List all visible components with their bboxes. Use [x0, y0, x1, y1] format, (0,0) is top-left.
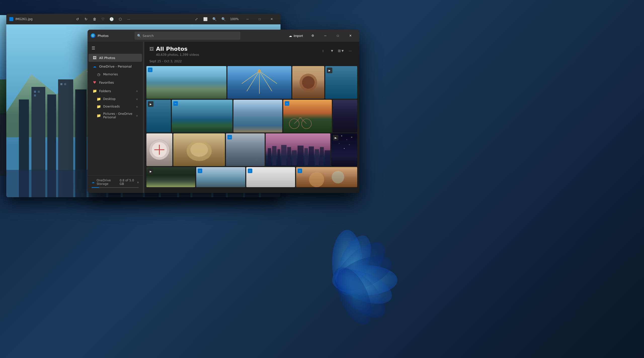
svg-point-77: [190, 143, 208, 157]
photo-cell-white[interactable]: −: [246, 167, 295, 187]
search-bar[interactable]: 🔍 Search: [135, 32, 240, 40]
minimize-button[interactable]: ─: [319, 32, 331, 40]
downloads-chevron: ∨: [136, 105, 138, 108]
photos-app-title: Photos: [98, 34, 109, 38]
viewer-window-controls: ─ □ ✕: [242, 15, 277, 23]
svg-line-69: [294, 118, 300, 124]
zoom-out-button[interactable]: 🔍: [211, 16, 218, 23]
viewer-app-icon: [9, 17, 13, 21]
svg-point-64: [258, 70, 261, 73]
storage-bar: [92, 187, 139, 188]
close-button[interactable]: ✕: [266, 15, 277, 23]
hamburger-icon: ☰: [92, 46, 95, 50]
svg-line-70: [300, 118, 306, 124]
photo-cell-pizza[interactable]: −: [296, 167, 357, 187]
share-button[interactable]: ⬡: [117, 16, 124, 23]
photo-row-1: −: [146, 66, 357, 99]
slideshow-button[interactable]: ⬜: [202, 16, 209, 23]
photo-badge-check: −: [198, 169, 202, 173]
sidebar-folders-header[interactable]: 📁 Folders ∧: [89, 87, 142, 95]
delete-button[interactable]: 🗑: [91, 16, 98, 23]
svg-rect-50: [64, 83, 66, 85]
photo-cell-bikes[interactable]: −: [283, 100, 332, 132]
desktop-label: Desktop: [103, 97, 134, 101]
desktop-folder-icon: 📁: [97, 97, 101, 101]
photo-cell-ice[interactable]: ▶: [146, 100, 171, 132]
settings-button[interactable]: ⚙: [307, 32, 318, 40]
pictures-onedrive-label: Pictures - OneDrive Personal: [103, 112, 134, 119]
desktop-chevron: ∨: [136, 98, 138, 100]
win11-bloom-logo: [284, 217, 410, 343]
folders-chevron: ∧: [136, 90, 138, 92]
folders-label: Folders: [99, 89, 134, 93]
maximize-button[interactable]: □: [254, 15, 265, 23]
pictures-chevron: ∨: [136, 114, 138, 117]
rotate-right-button[interactable]: ↻: [83, 16, 90, 23]
onedrive-label: OneDrive - Personal: [99, 65, 138, 68]
photo-cell-snowy[interactable]: −: [196, 167, 245, 187]
photo-cell-stars[interactable]: ▶: [331, 133, 357, 166]
photo-cell-city-night[interactable]: [266, 133, 330, 166]
view-button[interactable]: ⊞▼: [337, 47, 345, 55]
svg-rect-48: [34, 94, 36, 96]
zoom-in-button[interactable]: 🔍: [220, 16, 227, 23]
info-button[interactable]: 🕐: [108, 16, 115, 23]
sidebar-item-pictures-onedrive[interactable]: 📁 Pictures - OneDrive Personal ∨: [89, 111, 142, 121]
favorites-label: Favorites: [99, 81, 138, 84]
sidebar-item-onedrive[interactable]: ☁ OneDrive - Personal: [89, 62, 142, 70]
photo-cell-city-mountains[interactable]: −: [146, 66, 226, 99]
pictures-folder-icon: 📁: [97, 114, 101, 118]
sidebar-item-memories[interactable]: ◷ Memories: [89, 71, 142, 78]
viewer-filename: IMG261.jpg: [15, 17, 72, 21]
photo-cell-plains[interactable]: [233, 100, 282, 132]
sort-button[interactable]: ↕: [319, 47, 327, 55]
filter-button[interactable]: ▼: [328, 47, 336, 55]
photo-badge-check: −: [248, 169, 252, 173]
expand-button[interactable]: ⤢: [193, 16, 200, 23]
photo-cell-fairground[interactable]: [227, 66, 291, 99]
photo-cell-plate[interactable]: [146, 133, 172, 166]
rotate-left-button[interactable]: ↺: [74, 16, 81, 23]
import-button[interactable]: ☁ Import: [286, 33, 306, 39]
maximize-button[interactable]: □: [332, 32, 344, 40]
content-title-text: All Photos: [156, 46, 187, 52]
photo-cell-pasta[interactable]: [173, 133, 225, 166]
photo-badge-check: −: [173, 101, 178, 106]
photo-cell-food[interactable]: [292, 66, 324, 99]
search-placeholder: Search: [143, 34, 238, 38]
more-options-button[interactable]: ···: [125, 16, 132, 23]
svg-rect-78: [268, 148, 271, 166]
more-button[interactable]: ···: [346, 47, 354, 55]
date-range: Sept 25 - Oct 3, 2022: [144, 59, 359, 65]
photo-cell-night-trees[interactable]: [333, 100, 357, 132]
photo-cell-waterfall[interactable]: ▶: [325, 66, 357, 99]
memories-label: Memories: [103, 73, 138, 76]
photo-badge-check: −: [285, 101, 289, 106]
svg-point-91: [341, 136, 342, 136]
content-toolbar: ↕ ▼ ⊞▼ ···: [319, 47, 354, 55]
content-header: 🖼 All Photos 40,639 photos, 1,399 videos…: [144, 42, 359, 59]
sidebar-item-all-photos[interactable]: 🖼 All Photos: [89, 54, 142, 62]
hamburger-menu[interactable]: ☰: [88, 44, 143, 53]
photo-cell-fog[interactable]: −: [226, 133, 265, 166]
photo-badge-video: ▶: [148, 101, 153, 107]
svg-line-62: [242, 71, 259, 84]
photo-cell-sushi[interactable]: ▶: [146, 167, 195, 187]
photo-cell-lake[interactable]: −: [172, 100, 233, 132]
content-title-icon: 🖼: [149, 46, 154, 52]
svg-point-93: [351, 137, 352, 138]
svg-rect-46: [34, 91, 36, 93]
svg-line-59: [247, 71, 259, 91]
close-button[interactable]: ✕: [345, 32, 356, 40]
sidebar-item-downloads[interactable]: 📁 Downloads ∨: [89, 103, 142, 110]
image-viewer-titlebar: IMG261.jpg ↺ ↻ 🗑 ♡ 🕐 ⬡ ··· ⤢ ⬜ 🔍 🔍 100% …: [6, 14, 280, 24]
sidebar-item-favorites[interactable]: ♥ Favorites: [89, 78, 142, 86]
sidebar-item-desktop[interactable]: 📁 Desktop ∨: [89, 95, 142, 103]
storage-cloud-icon: ☁: [92, 180, 95, 184]
svg-rect-80: [277, 149, 280, 165]
onedrive-icon: ☁: [93, 64, 97, 68]
favorite-button[interactable]: ♡: [100, 16, 107, 23]
storage-info[interactable]: ☁ OneDrive Storage 0.8 of 5.0 GB ∨: [92, 179, 139, 186]
minimize-button[interactable]: ─: [242, 15, 253, 23]
svg-rect-87: [315, 149, 319, 165]
